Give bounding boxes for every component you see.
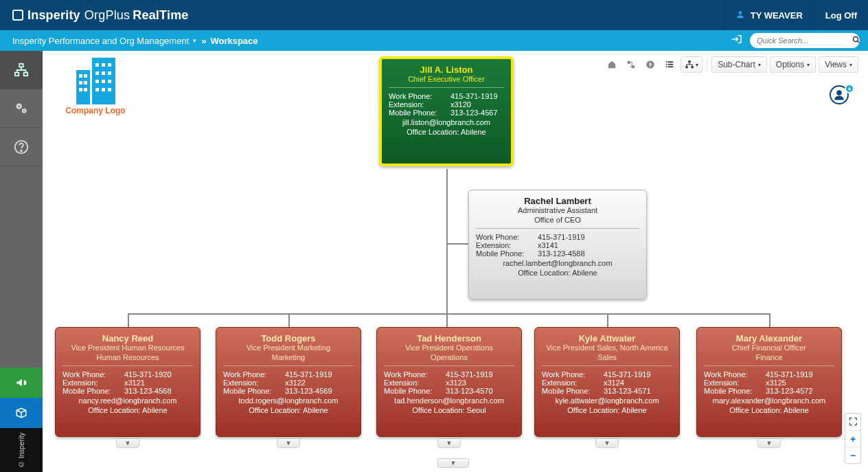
card-email: nancy.reed@longbranch.com: [62, 396, 193, 405]
field-value: x3122: [285, 379, 306, 387]
options-dropdown[interactable]: Options▾: [770, 56, 816, 73]
org-card-vp[interactable]: Todd Rogers Vice President Marketing Mar…: [216, 327, 361, 437]
card-name: Mary Alexander: [704, 333, 834, 344]
plus-icon: +: [845, 84, 854, 93]
svg-rect-14: [666, 61, 667, 63]
topbar: Insperity OrgPlus RealTime TY WEAVER Log…: [0, 0, 868, 30]
field-label: Work Phone:: [704, 370, 766, 379]
card-name: Nancy Reed: [62, 333, 193, 344]
zoom-control: ⛶ + −: [845, 413, 861, 464]
field-label: Mobile Phone:: [542, 387, 604, 395]
svg-rect-17: [668, 64, 674, 65]
org-card-assistant[interactable]: Rachel Lambert Administrative Assistant …: [468, 190, 647, 300]
svg-rect-3: [15, 72, 19, 76]
logoff-button[interactable]: Log Off: [814, 0, 868, 30]
rail-box-button[interactable]: [0, 398, 43, 428]
logoff-label: Log Off: [825, 10, 857, 21]
add-profile-button[interactable]: +: [830, 85, 853, 109]
svg-point-7: [18, 105, 20, 107]
field-value: 313-123-4568: [124, 387, 172, 395]
connector-line: [447, 243, 468, 245]
card-name: Rachel Lambert: [476, 196, 639, 206]
hierarchy-dropdown-icon[interactable]: ▾: [681, 56, 703, 73]
brand-text-3: RealTime: [133, 8, 188, 23]
field-value: x3123: [446, 379, 466, 387]
card-dept: Human Resources: [62, 353, 193, 361]
rail-help-button[interactable]: [0, 128, 43, 166]
home-icon[interactable]: [604, 56, 620, 73]
breadcrumb-root[interactable]: Insperity Performance and Org Management…: [12, 36, 197, 46]
svg-rect-16: [666, 64, 667, 65]
expand-main-button[interactable]: ▼: [437, 458, 469, 468]
field-value: Abilene: [784, 406, 809, 414]
search-input[interactable]: [757, 36, 852, 45]
field-label: Mobile Phone:: [62, 387, 124, 395]
card-dept: Sales: [542, 353, 672, 361]
card-name: Jill A. Liston: [389, 65, 504, 75]
card-title: Chief Executive Officer: [389, 75, 504, 83]
connector-line: [128, 313, 769, 315]
enter-icon[interactable]: [731, 34, 743, 47]
connector-line: [288, 313, 290, 327]
svg-point-0: [738, 11, 742, 14]
breadcrumb-root-label: Insperity Performance and Org Management: [12, 36, 189, 46]
expand-button[interactable]: ▼: [757, 438, 781, 448]
connector-line: [446, 169, 448, 313]
card-dept: Operations: [384, 353, 514, 361]
field-value: 415-371-1919: [766, 370, 813, 379]
field-label: Office Location:: [518, 269, 570, 277]
shuffle-icon[interactable]: [623, 56, 639, 73]
org-card-ceo[interactable]: Jill A. Liston Chief Executive Officer W…: [379, 56, 514, 166]
user-icon: [735, 10, 745, 21]
field-value: Abilene: [303, 406, 328, 414]
fullscreen-button[interactable]: ⛶: [845, 414, 860, 430]
options-label: Options: [776, 60, 804, 69]
up-arrow-icon[interactable]: [642, 56, 659, 73]
list-icon[interactable]: [661, 56, 678, 73]
quick-search[interactable]: [750, 33, 860, 48]
field-label: Work Phone:: [476, 233, 538, 241]
svg-point-10: [21, 150, 22, 151]
expand-button[interactable]: ▼: [277, 438, 300, 448]
card-title: Vice President Human Resources: [62, 344, 193, 352]
views-dropdown[interactable]: Views▾: [819, 56, 858, 73]
field-value: x3125: [766, 379, 786, 387]
org-card-vp[interactable]: Kyle Attwater Vice President Sales, Nort…: [534, 327, 680, 437]
org-card-vp[interactable]: Tad Henderson Vice President Operations …: [376, 327, 522, 437]
svg-rect-21: [685, 66, 688, 68]
field-value: 415-371-1919: [446, 370, 493, 379]
org-card-vp[interactable]: Nancy Reed Vice President Human Resource…: [55, 327, 201, 437]
field-label: Work Phone:: [384, 370, 446, 379]
field-label: Work Phone:: [389, 92, 450, 100]
left-rail: © Insperity: [0, 51, 43, 472]
canvas-toolbar: ▾ Sub-Chart▾ Options▾ Views▾: [604, 56, 858, 73]
current-user-button[interactable]: TY WEAVER: [724, 0, 814, 30]
rail-settings-button[interactable]: [0, 89, 43, 128]
field-value: x3124: [604, 379, 624, 387]
svg-point-1: [854, 36, 858, 41]
zoom-in-button[interactable]: +: [845, 430, 860, 447]
connector-line: [128, 313, 129, 327]
field-value: Abilene: [572, 269, 597, 277]
field-label: Office Location:: [412, 406, 464, 414]
breadcrumb-separator: »: [201, 36, 206, 46]
rail-announce-button[interactable]: [0, 368, 43, 398]
topbar-right: TY WEAVER Log Off: [724, 0, 868, 30]
zoom-out-button[interactable]: −: [845, 447, 860, 463]
card-name: Todd Rogers: [223, 333, 354, 344]
chevron-down-icon: ▼: [192, 38, 197, 44]
connector-line: [607, 313, 608, 327]
expand-button[interactable]: ▼: [595, 438, 619, 448]
field-value: Abilene: [621, 406, 647, 414]
subchart-dropdown[interactable]: Sub-Chart▾: [711, 56, 767, 73]
company-logo-label: Company Logo: [58, 106, 133, 115]
org-card-vp[interactable]: Mary Alexander Chief Financial Officer F…: [696, 327, 842, 437]
field-label: Office Location:: [407, 128, 459, 136]
search-icon[interactable]: [852, 36, 860, 46]
expand-button[interactable]: ▼: [437, 438, 461, 448]
field-value: Seoul: [467, 406, 486, 414]
expand-button[interactable]: ▼: [116, 438, 139, 448]
rail-orgchart-button[interactable]: [0, 51, 43, 89]
field-label: Extension:: [223, 379, 285, 387]
field-label: Extension:: [542, 379, 604, 387]
